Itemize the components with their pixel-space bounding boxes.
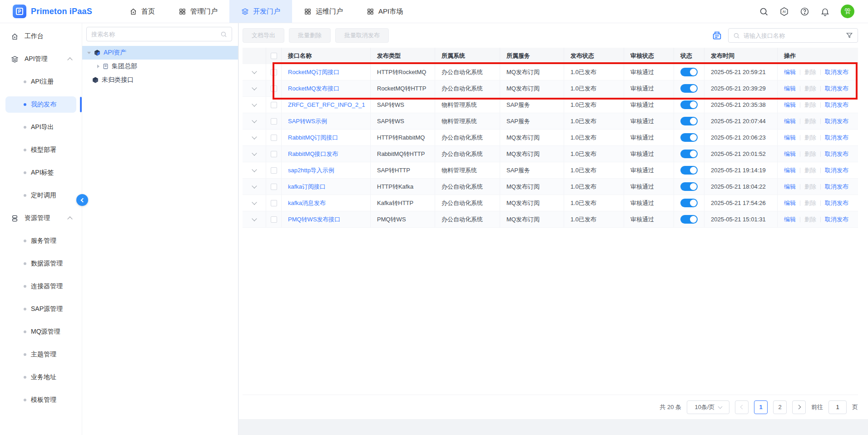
tree-search-input[interactable] — [91, 31, 217, 38]
status-toggle-on[interactable] — [680, 84, 698, 93]
nav-item-api-market[interactable]: API市场 — [355, 0, 415, 23]
status-toggle-on[interactable] — [680, 199, 698, 207]
edit-link[interactable]: 编辑 — [784, 199, 796, 207]
edit-link[interactable]: 编辑 — [784, 166, 796, 175]
user-avatar[interactable]: 管 — [841, 5, 854, 18]
status-toggle-on[interactable] — [680, 68, 698, 76]
unpublish-link[interactable]: 取消发布 — [825, 166, 848, 175]
row-expand-cell[interactable] — [243, 162, 266, 178]
row-expand-cell[interactable] — [243, 130, 266, 145]
delete-link[interactable]: 删除 — [804, 199, 816, 207]
delete-link[interactable]: 删除 — [804, 215, 816, 224]
ai-assistant-icon[interactable]: AI — [779, 7, 789, 16]
edit-link[interactable]: 编辑 — [784, 183, 796, 191]
api-name-link[interactable]: SAP转WS示例 — [288, 117, 327, 125]
api-name-link[interactable]: kafka消息发布 — [288, 199, 326, 207]
export-image-icon[interactable] — [712, 30, 722, 40]
status-toggle-on[interactable] — [680, 133, 698, 142]
row-checkbox[interactable] — [271, 85, 277, 92]
status-toggle-on[interactable] — [680, 150, 698, 158]
sidebar-item-api-tags[interactable]: API标签 — [0, 161, 82, 184]
sidebar-item-scheduled-call[interactable]: 定时调用 — [0, 184, 82, 207]
row-checkbox[interactable] — [271, 135, 277, 141]
edit-link[interactable]: 编辑 — [784, 134, 796, 142]
caret-right-icon[interactable] — [97, 65, 99, 68]
row-expand-cell[interactable] — [243, 179, 266, 195]
delete-link[interactable]: 删除 — [804, 150, 816, 158]
row-checkbox[interactable] — [271, 102, 277, 108]
sidebar-item-api-management[interactable]: API管理 — [0, 48, 82, 70]
row-checkbox[interactable] — [271, 184, 277, 190]
delete-link[interactable]: 删除 — [804, 68, 816, 76]
sidebar-item-service-management[interactable]: 服务管理 — [0, 230, 82, 252]
edit-link[interactable]: 编辑 — [784, 117, 796, 125]
sidebar-item-topic-management[interactable]: 主题管理 — [0, 343, 82, 366]
select-all-checkbox[interactable] — [271, 53, 277, 59]
api-search-input[interactable] — [744, 32, 842, 39]
page-button-1[interactable]: 1 — [754, 400, 768, 414]
row-expand-cell[interactable] — [243, 195, 266, 211]
delete-link[interactable]: 删除 — [804, 134, 816, 142]
row-expand-cell[interactable] — [243, 64, 266, 80]
sidebar-item-model-deploy[interactable]: 模型部署 — [0, 139, 82, 161]
api-name-link[interactable]: kafka订阅接口 — [288, 183, 326, 191]
caret-down-icon[interactable] — [87, 52, 91, 54]
filter-funnel-icon[interactable] — [846, 32, 853, 39]
api-name-link[interactable]: RabbitMQ接口发布 — [288, 150, 338, 158]
tree-node-uncategorized[interactable]: 未归类接口 — [82, 73, 238, 87]
status-toggle-on[interactable] — [680, 215, 698, 224]
unpublish-link[interactable]: 取消发布 — [825, 150, 848, 158]
page-size-select[interactable]: 10条/页 — [687, 400, 729, 414]
delete-link[interactable]: 删除 — [804, 166, 816, 175]
sidebar-item-my-publish[interactable]: 我的发布 — [0, 93, 82, 116]
row-checkbox[interactable] — [271, 167, 277, 174]
unpublish-link[interactable]: 取消发布 — [825, 85, 848, 93]
row-expand-cell[interactable] — [243, 80, 266, 96]
doc-export-button[interactable]: 文档导出 — [243, 28, 284, 43]
edit-link[interactable]: 编辑 — [784, 68, 796, 76]
sidebar-item-template-management[interactable]: 模板管理 — [0, 389, 82, 411]
status-toggle-on[interactable] — [680, 166, 698, 175]
sidebar-item-mq-source-management[interactable]: MQ源管理 — [0, 320, 82, 343]
prev-page-button[interactable] — [735, 400, 749, 414]
search-icon[interactable] — [759, 7, 769, 16]
sidebar-item-connector-management[interactable]: 连接器管理 — [0, 275, 82, 298]
notifications-bell-icon[interactable] — [820, 7, 830, 16]
goto-page-input[interactable] — [828, 400, 847, 414]
nav-item-ops-portal[interactable]: 运维门户 — [292, 0, 355, 23]
unpublish-link[interactable]: 取消发布 — [825, 101, 848, 109]
row-checkbox[interactable] — [271, 69, 277, 75]
row-checkbox[interactable] — [271, 118, 277, 125]
sidebar-item-sap-source-management[interactable]: SAP源管理 — [0, 298, 82, 320]
edit-link[interactable]: 编辑 — [784, 101, 796, 109]
sidebar-item-workbench[interactable]: 工作台 — [0, 25, 82, 48]
edit-link[interactable]: 编辑 — [784, 85, 796, 93]
status-toggle-on[interactable] — [680, 117, 698, 125]
api-name-link[interactable]: RocketMQ发布接口 — [288, 85, 339, 93]
row-checkbox[interactable] — [271, 216, 277, 223]
unpublish-link[interactable]: 取消发布 — [825, 68, 848, 76]
api-name-link[interactable]: RocketMQ订阅接口 — [288, 68, 339, 76]
delete-link[interactable]: 删除 — [804, 117, 816, 125]
sidebar-item-business-address[interactable]: 业务地址 — [0, 366, 82, 389]
unpublish-link[interactable]: 取消发布 — [825, 215, 848, 224]
row-expand-cell[interactable] — [243, 113, 266, 129]
row-expand-cell[interactable] — [243, 97, 266, 113]
next-page-button[interactable] — [792, 400, 806, 414]
api-name-link[interactable]: sap2http导入示例 — [288, 166, 334, 175]
sidebar-item-resource-management[interactable]: 资源管理 — [0, 207, 82, 230]
delete-link[interactable]: 删除 — [804, 101, 816, 109]
nav-item-dev-portal[interactable]: 开发门户 — [229, 0, 292, 23]
sidebar-item-api-register[interactable]: API注册 — [0, 70, 82, 93]
nav-item-admin-portal[interactable]: 管理门户 — [167, 0, 229, 23]
nav-item-home[interactable]: 首页 — [118, 0, 167, 23]
api-name-link[interactable]: RabbitMQ订阅接口 — [288, 134, 338, 142]
row-checkbox[interactable] — [271, 200, 277, 206]
batch-unpublish-button[interactable]: 批量取消发布 — [335, 28, 389, 43]
collapse-panel-button[interactable] — [76, 194, 88, 206]
api-name-link[interactable]: ZRFC_GET_RFC_INFO_2_1 — [288, 101, 365, 108]
edit-link[interactable]: 编辑 — [784, 150, 796, 158]
row-expand-cell[interactable] — [243, 211, 266, 227]
help-icon[interactable] — [800, 7, 809, 16]
row-expand-cell[interactable] — [243, 146, 266, 162]
